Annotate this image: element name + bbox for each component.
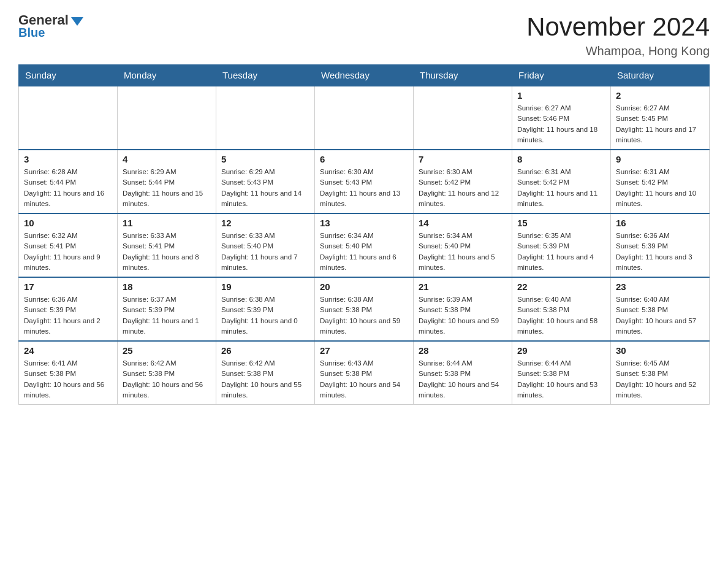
day-info: Sunrise: 6:42 AM Sunset: 5:38 PM Dayligh…	[123, 358, 211, 400]
day-number: 26	[221, 345, 309, 356]
calendar-cell: 10Sunrise: 6:32 AM Sunset: 5:41 PM Dayli…	[19, 213, 118, 277]
week-row-4: 17Sunrise: 6:36 AM Sunset: 5:39 PM Dayli…	[19, 277, 710, 341]
logo-arrow-icon	[71, 17, 83, 26]
day-info: Sunrise: 6:44 AM Sunset: 5:38 PM Dayligh…	[517, 358, 605, 400]
day-info: Sunrise: 6:32 AM Sunset: 5:41 PM Dayligh…	[24, 231, 112, 273]
calendar-cell	[315, 86, 414, 150]
day-number: 18	[123, 282, 211, 292]
day-info: Sunrise: 6:37 AM Sunset: 5:39 PM Dayligh…	[123, 294, 211, 337]
day-number: 23	[616, 282, 704, 292]
day-number: 10	[24, 218, 112, 228]
calendar-cell: 5Sunrise: 6:29 AM Sunset: 5:43 PM Daylig…	[216, 150, 315, 213]
day-number: 13	[320, 218, 408, 228]
day-number: 28	[419, 345, 507, 356]
calendar-cell: 8Sunrise: 6:31 AM Sunset: 5:42 PM Daylig…	[512, 150, 611, 213]
calendar-cell	[118, 86, 216, 150]
title-area: November 2024 Whampoa, Hong Kong	[526, 12, 710, 58]
day-header-sunday: Sunday	[19, 65, 118, 86]
day-info: Sunrise: 6:33 AM Sunset: 5:40 PM Dayligh…	[221, 231, 309, 273]
week-row-1: 1Sunrise: 6:27 AM Sunset: 5:46 PM Daylig…	[19, 86, 710, 150]
logo-blue-text: Blue	[18, 26, 45, 40]
calendar-cell: 16Sunrise: 6:36 AM Sunset: 5:39 PM Dayli…	[611, 213, 710, 277]
calendar-cell: 17Sunrise: 6:36 AM Sunset: 5:39 PM Dayli…	[19, 277, 118, 341]
day-info: Sunrise: 6:43 AM Sunset: 5:38 PM Dayligh…	[320, 358, 408, 400]
day-info: Sunrise: 6:29 AM Sunset: 5:44 PM Dayligh…	[123, 167, 211, 209]
day-info: Sunrise: 6:40 AM Sunset: 5:38 PM Dayligh…	[517, 294, 605, 337]
week-row-2: 3Sunrise: 6:28 AM Sunset: 5:44 PM Daylig…	[19, 150, 710, 213]
day-info: Sunrise: 6:34 AM Sunset: 5:40 PM Dayligh…	[419, 231, 507, 273]
calendar-subtitle: Whampoa, Hong Kong	[526, 44, 710, 58]
calendar-cell: 15Sunrise: 6:35 AM Sunset: 5:39 PM Dayli…	[512, 213, 611, 277]
day-number: 15	[517, 218, 605, 228]
day-info: Sunrise: 6:35 AM Sunset: 5:39 PM Dayligh…	[517, 231, 605, 273]
day-header-thursday: Thursday	[414, 65, 512, 86]
day-info: Sunrise: 6:38 AM Sunset: 5:38 PM Dayligh…	[320, 294, 408, 337]
day-header-friday: Friday	[512, 65, 611, 86]
day-number: 8	[517, 154, 605, 164]
day-info: Sunrise: 6:41 AM Sunset: 5:38 PM Dayligh…	[24, 358, 112, 400]
day-number: 27	[320, 345, 408, 356]
calendar-cell: 18Sunrise: 6:37 AM Sunset: 5:39 PM Dayli…	[118, 277, 216, 341]
day-number: 4	[123, 154, 211, 164]
calendar-cell: 20Sunrise: 6:38 AM Sunset: 5:38 PM Dayli…	[315, 277, 414, 341]
day-number: 16	[616, 218, 704, 228]
day-header-wednesday: Wednesday	[315, 65, 414, 86]
day-info: Sunrise: 6:30 AM Sunset: 5:43 PM Dayligh…	[320, 167, 408, 209]
day-info: Sunrise: 6:31 AM Sunset: 5:42 PM Dayligh…	[517, 167, 605, 209]
day-info: Sunrise: 6:34 AM Sunset: 5:40 PM Dayligh…	[320, 231, 408, 273]
day-number: 7	[419, 154, 507, 164]
day-info: Sunrise: 6:31 AM Sunset: 5:42 PM Dayligh…	[616, 167, 704, 209]
day-info: Sunrise: 6:28 AM Sunset: 5:44 PM Dayligh…	[24, 167, 112, 209]
calendar-cell: 2Sunrise: 6:27 AM Sunset: 5:45 PM Daylig…	[611, 86, 710, 150]
calendar-cell	[414, 86, 512, 150]
calendar-title: November 2024	[526, 12, 710, 42]
calendar-cell: 28Sunrise: 6:44 AM Sunset: 5:38 PM Dayli…	[414, 341, 512, 405]
day-number: 14	[419, 218, 507, 228]
day-number: 12	[221, 218, 309, 228]
day-info: Sunrise: 6:27 AM Sunset: 5:45 PM Dayligh…	[616, 103, 704, 145]
day-info: Sunrise: 6:30 AM Sunset: 5:42 PM Dayligh…	[419, 167, 507, 209]
day-info: Sunrise: 6:40 AM Sunset: 5:38 PM Dayligh…	[616, 294, 704, 337]
calendar-cell: 30Sunrise: 6:45 AM Sunset: 5:38 PM Dayli…	[611, 341, 710, 405]
calendar-cell: 22Sunrise: 6:40 AM Sunset: 5:38 PM Dayli…	[512, 277, 611, 341]
day-number: 29	[517, 345, 605, 356]
day-number: 9	[616, 154, 704, 164]
calendar-cell: 25Sunrise: 6:42 AM Sunset: 5:38 PM Dayli…	[118, 341, 216, 405]
calendar-cell: 9Sunrise: 6:31 AM Sunset: 5:42 PM Daylig…	[611, 150, 710, 213]
calendar-cell: 23Sunrise: 6:40 AM Sunset: 5:38 PM Dayli…	[611, 277, 710, 341]
day-info: Sunrise: 6:39 AM Sunset: 5:38 PM Dayligh…	[419, 294, 507, 337]
day-number: 11	[123, 218, 211, 228]
day-info: Sunrise: 6:44 AM Sunset: 5:38 PM Dayligh…	[419, 358, 507, 400]
day-number: 5	[221, 154, 309, 164]
header: General Blue November 2024 Whampoa, Hong…	[18, 12, 710, 58]
calendar-cell: 4Sunrise: 6:29 AM Sunset: 5:44 PM Daylig…	[118, 150, 216, 213]
calendar-cell: 11Sunrise: 6:33 AM Sunset: 5:41 PM Dayli…	[118, 213, 216, 277]
day-info: Sunrise: 6:38 AM Sunset: 5:39 PM Dayligh…	[221, 294, 309, 337]
calendar-cell: 13Sunrise: 6:34 AM Sunset: 5:40 PM Dayli…	[315, 213, 414, 277]
calendar-cell	[19, 86, 118, 150]
calendar-cell: 3Sunrise: 6:28 AM Sunset: 5:44 PM Daylig…	[19, 150, 118, 213]
logo: General Blue	[18, 12, 83, 40]
day-number: 19	[221, 282, 309, 292]
day-number: 17	[24, 282, 112, 292]
day-number: 24	[24, 345, 112, 356]
day-info: Sunrise: 6:36 AM Sunset: 5:39 PM Dayligh…	[24, 294, 112, 337]
day-number: 25	[123, 345, 211, 356]
calendar-cell: 12Sunrise: 6:33 AM Sunset: 5:40 PM Dayli…	[216, 213, 315, 277]
day-info: Sunrise: 6:29 AM Sunset: 5:43 PM Dayligh…	[221, 167, 309, 209]
day-header-tuesday: Tuesday	[216, 65, 315, 86]
day-number: 3	[24, 154, 112, 164]
day-number: 6	[320, 154, 408, 164]
calendar-cell: 14Sunrise: 6:34 AM Sunset: 5:40 PM Dayli…	[414, 213, 512, 277]
calendar-cell: 26Sunrise: 6:42 AM Sunset: 5:38 PM Dayli…	[216, 341, 315, 405]
day-number: 1	[517, 90, 605, 101]
calendar-cell: 19Sunrise: 6:38 AM Sunset: 5:39 PM Dayli…	[216, 277, 315, 341]
calendar-table: SundayMondayTuesdayWednesdayThursdayFrid…	[18, 64, 710, 405]
day-info: Sunrise: 6:33 AM Sunset: 5:41 PM Dayligh…	[123, 231, 211, 273]
day-info: Sunrise: 6:36 AM Sunset: 5:39 PM Dayligh…	[616, 231, 704, 273]
day-header-monday: Monday	[118, 65, 216, 86]
calendar-cell: 6Sunrise: 6:30 AM Sunset: 5:43 PM Daylig…	[315, 150, 414, 213]
day-number: 30	[616, 345, 704, 356]
week-row-5: 24Sunrise: 6:41 AM Sunset: 5:38 PM Dayli…	[19, 341, 710, 405]
day-info: Sunrise: 6:27 AM Sunset: 5:46 PM Dayligh…	[517, 103, 605, 145]
